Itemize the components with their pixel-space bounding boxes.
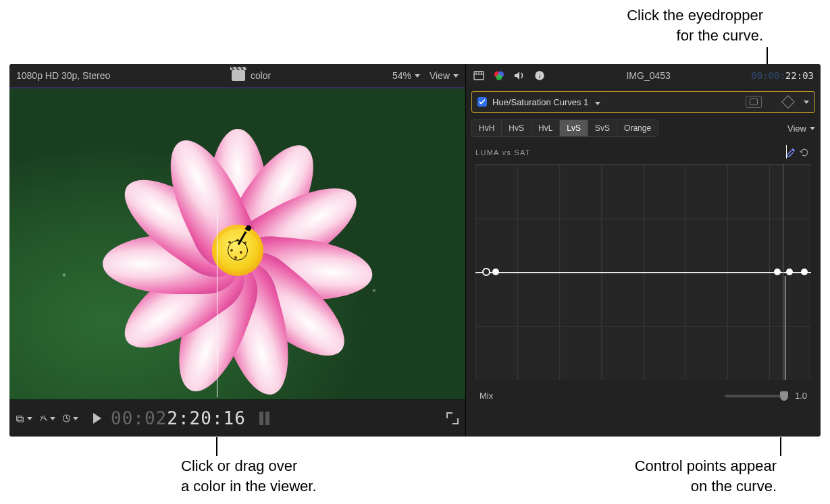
color-inspector-tab[interactable] [493, 70, 505, 81]
callout-eyedropper: Click the eyedropper for the curve. [500, 5, 763, 45]
color-channels-dropdown[interactable] [39, 412, 55, 425]
audio-skimming-toggle[interactable] [259, 411, 274, 426]
audio-inspector-tab[interactable] [513, 70, 525, 81]
slider-thumb[interactable] [780, 391, 788, 401]
callout-line: Click the eyedropper [627, 7, 763, 24]
chevron-down-icon [50, 417, 55, 420]
play-button[interactable] [93, 413, 101, 424]
curve-tabs: HvHHvSHvLLvSSvSOrange [471, 119, 658, 137]
inspector-timecode: 00:00:22:03 [751, 70, 814, 81]
curve-tab-orange[interactable]: Orange [617, 120, 658, 136]
svg-point-11 [496, 74, 502, 80]
svg-rect-0 [17, 416, 22, 421]
view-dropdown[interactable]: View [430, 70, 459, 81]
effect-mask-button[interactable] [746, 96, 762, 108]
curve-tab-svs[interactable]: SvS [588, 120, 617, 136]
preview-image [9, 88, 465, 399]
timecode-bright: 2:20:16 [167, 408, 246, 428]
view-label: View [787, 123, 806, 134]
curve-tab-hvh[interactable]: HvH [472, 120, 502, 136]
chevron-down-icon [453, 74, 459, 78]
zoom-dropdown[interactable]: 54% [392, 70, 420, 81]
callout-line: Click or drag over [181, 457, 297, 474]
viewer-pane: 1080p HD 30p, Stereo color 54% View [9, 64, 466, 437]
clip-appearance-dropdown[interactable] [16, 412, 32, 425]
timecode-dim: 00:02 [111, 408, 167, 428]
curve-tab-row: HvHHvSHvLLvSSvSOrange View [471, 119, 815, 137]
curve-guide-line [783, 164, 783, 380]
chevron-down-icon[interactable] [804, 101, 809, 104]
curve-header: LUMA vs SAT [475, 146, 811, 159]
curve-title-label: LUMA vs SAT [475, 148, 531, 157]
clip-format-label: 1080p HD 30p, Stereo [16, 70, 110, 81]
inspector-pane: i IMG_0453 00:00:22:03 Hue/Saturation Cu… [466, 64, 821, 437]
chevron-down-icon [810, 127, 815, 130]
leader-line [216, 437, 217, 456]
viewer-canvas[interactable] [9, 88, 465, 399]
mix-label: Mix [479, 391, 493, 401]
chevron-down-icon [73, 417, 78, 420]
inspector-top-bar: i IMG_0453 00:00:22:03 [466, 64, 821, 87]
eyedropper-cursor [228, 240, 248, 260]
effect-name-label: Hue/Saturation Curves 1 [492, 97, 588, 107]
viewer-top-bar: 1080p HD 30p, Stereo color 54% View [9, 64, 465, 88]
zoom-value: 54% [392, 70, 411, 81]
curve-control-point[interactable] [786, 269, 793, 275]
clapperboard-icon [232, 70, 245, 81]
clip-name-label: color [251, 70, 271, 81]
callout-control-points: Control points appear on the curve. [520, 456, 777, 496]
leader-line [780, 437, 781, 456]
timecode-bright: 22:03 [785, 70, 814, 81]
leader-line [785, 276, 785, 380]
callout-line: on the curve. [691, 478, 777, 495]
app-window: 1080p HD 30p, Stereo color 54% View [9, 64, 821, 437]
video-inspector-tab[interactable] [473, 70, 485, 81]
view-label: View [430, 70, 450, 81]
curve-tab-hvs[interactable]: HvS [502, 120, 531, 136]
viewer-timecode[interactable]: 00:022:20:16 [111, 408, 246, 428]
chevron-down-icon [415, 74, 420, 78]
curve-editor[interactable] [475, 164, 811, 380]
svg-text:i: i [539, 72, 541, 80]
curve-tab-hvl[interactable]: HvL [531, 120, 560, 136]
mix-slider[interactable] [725, 395, 785, 397]
retime-dropdown[interactable] [62, 412, 78, 425]
inspector-clip-title: IMG_0453 [554, 70, 743, 81]
curve-tab-lvs[interactable]: LvS [560, 120, 588, 136]
chevron-down-icon [27, 417, 32, 420]
callout-line: for the curve. [677, 27, 763, 44]
info-inspector-tab[interactable]: i [534, 70, 546, 81]
callout-line: a color in the viewer. [181, 478, 317, 495]
chevron-down-icon [595, 102, 600, 105]
inspector-view-dropdown[interactable]: View [787, 123, 815, 134]
fullscreen-button[interactable] [446, 412, 459, 424]
curve-control-point[interactable] [492, 269, 499, 275]
effect-name-dropdown[interactable]: Hue/Saturation Curves 1 [492, 97, 600, 107]
viewer-transport-bar: 00:022:20:16 [9, 399, 465, 437]
callout-line: Control points appear [635, 457, 777, 474]
curve-control-point[interactable] [482, 268, 490, 276]
effect-enable-checkbox[interactable] [477, 97, 487, 107]
keyframe-button[interactable] [781, 95, 795, 109]
svg-rect-1 [18, 418, 24, 422]
leader-line [217, 215, 217, 397]
reset-button[interactable] [798, 146, 811, 159]
mix-row: Mix 1.0 [479, 391, 807, 401]
callout-viewer-pick: Click or drag over a color in the viewer… [181, 456, 384, 496]
effect-header-row: Hue/Saturation Curves 1 [471, 91, 815, 113]
timecode-dim: 00:00: [751, 70, 785, 81]
mix-value: 1.0 [795, 391, 807, 401]
leader-line [786, 145, 787, 159]
curve-baseline [475, 272, 811, 273]
